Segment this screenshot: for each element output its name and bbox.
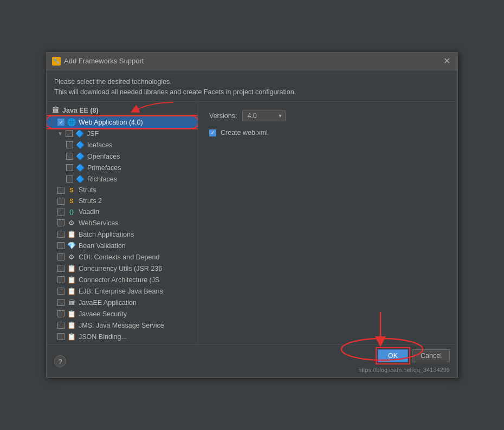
bean-validation-icon: 💎 <box>67 242 76 250</box>
checkbox-richfaces[interactable] <box>66 175 73 183</box>
checkbox-jms[interactable] <box>57 322 64 329</box>
left-panel: 🏛 Java EE (8) 🌐 Web Application (4.0) ▼ … <box>47 102 198 344</box>
checkbox-ejb[interactable] <box>57 288 64 295</box>
footer-right: OK Cancel https://blog.csdn.net/qq_34134… <box>358 349 450 373</box>
create-webxml-row[interactable]: Create web.xml <box>209 129 447 136</box>
checkbox-primefaces[interactable] <box>66 164 73 171</box>
primefaces-icon: 🔷 <box>76 164 85 172</box>
dialog-footer: ? OK Cancel https://blog.csdn.net/qq_341… <box>47 344 457 377</box>
richfaces-icon: 🔷 <box>76 175 85 183</box>
list-item[interactable]: 📋 Batch Applications <box>47 229 198 240</box>
web-app-label: Web Application (4.0) <box>79 119 192 126</box>
list-item[interactable]: ⚙ WebServices <box>47 217 198 229</box>
ok-button[interactable]: OK <box>378 349 408 362</box>
list-item[interactable]: ⚙ CDI: Contexts and Depend <box>47 251 198 263</box>
list-item[interactable]: 📋 Connector Architecture (JS <box>47 274 198 285</box>
checkbox-cdi[interactable] <box>57 253 64 260</box>
checkbox-icefaces[interactable] <box>66 141 73 148</box>
checkbox-bean-validation[interactable] <box>57 242 64 249</box>
jsf-icon: 🔷 <box>75 129 84 138</box>
concurrency-label: Concurrency Utils (JSR 236 <box>79 265 192 272</box>
checkbox-jsf[interactable] <box>66 130 73 137</box>
struts2-icon: S <box>67 198 76 204</box>
checkbox-javaee-security[interactable] <box>57 310 64 317</box>
checkbox-openfaces[interactable] <box>66 153 73 160</box>
dialog-body: 🏛 Java EE (8) 🌐 Web Application (4.0) ▼ … <box>47 102 457 344</box>
icefaces-label: Icefaces <box>87 141 192 149</box>
checkbox-webservices[interactable] <box>57 219 64 226</box>
help-button[interactable]: ? <box>54 355 66 367</box>
batch-label: Batch Applications <box>79 231 192 238</box>
cancel-button[interactable]: Cancel <box>412 349 450 362</box>
icefaces-icon: 🔷 <box>76 141 85 149</box>
jms-icon: 📋 <box>67 321 76 329</box>
checkbox-struts[interactable] <box>57 187 64 194</box>
dialog-title: Add Frameworks Support <box>64 57 144 65</box>
checkbox-web-app[interactable] <box>57 119 64 126</box>
cdi-label: CDI: Contexts and Depend <box>79 253 192 261</box>
primefaces-label: Primefaces <box>87 164 192 172</box>
dialog-description: Please select the desired technologies. … <box>47 70 457 102</box>
list-item[interactable]: 🌐 Web Application (4.0) <box>47 116 198 128</box>
vaadin-icon: {} <box>67 209 76 215</box>
checkbox-struts2[interactable] <box>57 198 64 205</box>
ejb-icon: 📋 <box>67 287 76 295</box>
create-webxml-label: Create web.xml <box>221 129 268 136</box>
struts-icon: S <box>67 187 76 193</box>
vaadin-label: Vaadin <box>79 208 192 216</box>
list-item[interactable]: 📋 EJB: Enterprise Java Beans <box>47 285 198 297</box>
version-select[interactable]: 3.0 3.1 4.0 <box>242 110 286 121</box>
footer-left: ? <box>54 355 66 367</box>
add-frameworks-dialog: 🔧 Add Frameworks Support ✕ Please select… <box>46 52 458 379</box>
list-item[interactable]: {} Vaadin <box>47 206 198 217</box>
list-item[interactable]: 🏛 JavaEE Application <box>47 297 198 308</box>
checkbox-vaadin[interactable] <box>57 209 64 216</box>
list-item[interactable]: 📋 JSON Binding... <box>47 331 198 342</box>
dialog-icon: 🔧 <box>52 57 61 66</box>
close-button[interactable]: ✕ <box>441 56 452 67</box>
json-binding-icon: 📋 <box>67 333 76 341</box>
group-label: Java EE (8) <box>62 107 99 114</box>
checkbox-connector[interactable] <box>57 276 64 283</box>
title-bar-left: 🔧 Add Frameworks Support <box>52 57 144 66</box>
footer-buttons: OK Cancel <box>378 349 450 362</box>
desc-line2: This will download all needed libraries … <box>54 87 450 97</box>
versions-row: Versions: 3.0 3.1 4.0 <box>209 110 447 121</box>
expand-arrow-jsf: ▼ <box>57 131 63 136</box>
batch-icon: 📋 <box>67 230 76 238</box>
ejb-label: EJB: Enterprise Java Beans <box>79 288 192 295</box>
webservices-label: WebServices <box>79 219 192 227</box>
create-webxml-checkbox[interactable] <box>209 129 216 136</box>
openfaces-icon: 🔷 <box>76 152 85 160</box>
javaee-security-icon: 📋 <box>67 310 76 318</box>
version-select-wrapper[interactable]: 3.0 3.1 4.0 <box>242 110 286 121</box>
footer-url: https://blog.csdn.net/qq_34134299 <box>358 367 450 373</box>
list-item[interactable]: S Struts 2 <box>47 196 198 206</box>
list-item[interactable]: 🔷 Primefaces <box>47 162 198 173</box>
list-item[interactable]: 📋 JMS: Java Message Service <box>47 320 198 331</box>
checkbox-json-binding[interactable] <box>57 333 64 340</box>
struts2-label: Struts 2 <box>79 197 192 205</box>
list-item[interactable]: 🔷 Richfaces <box>47 173 198 185</box>
checkbox-batch[interactable] <box>57 231 64 238</box>
title-bar: 🔧 Add Frameworks Support ✕ <box>47 53 457 70</box>
openfaces-label: Openfaces <box>87 153 192 160</box>
desc-line1: Please select the desired technologies. <box>54 77 450 87</box>
list-item[interactable]: 🔷 Icefaces <box>47 139 198 151</box>
list-item[interactable]: 🔷 Openfaces <box>47 151 198 162</box>
struts-label: Struts <box>79 186 192 194</box>
list-item[interactable]: 📋 Concurrency Utils (JSR 236 <box>47 263 198 274</box>
checkbox-javaee-app[interactable] <box>57 299 64 306</box>
webservices-icon: ⚙ <box>67 219 76 227</box>
list-item[interactable]: ▼ 🔷 JSF <box>47 128 198 139</box>
richfaces-label: Richfaces <box>87 175 192 183</box>
list-item[interactable]: 📋 Javaee Security <box>47 308 198 320</box>
bean-validation-label: Bean Validation <box>79 242 192 250</box>
javaee-app-label: JavaEE Application <box>79 299 192 307</box>
list-item[interactable]: S Struts <box>47 185 198 196</box>
jms-label: JMS: Java Message Service <box>79 322 192 329</box>
list-item[interactable]: 💎 Bean Validation <box>47 240 198 251</box>
group-header-javaee: 🏛 Java EE (8) <box>47 104 198 116</box>
javaee-group-icon: 🏛 <box>52 106 59 114</box>
checkbox-concurrency[interactable] <box>57 265 64 272</box>
